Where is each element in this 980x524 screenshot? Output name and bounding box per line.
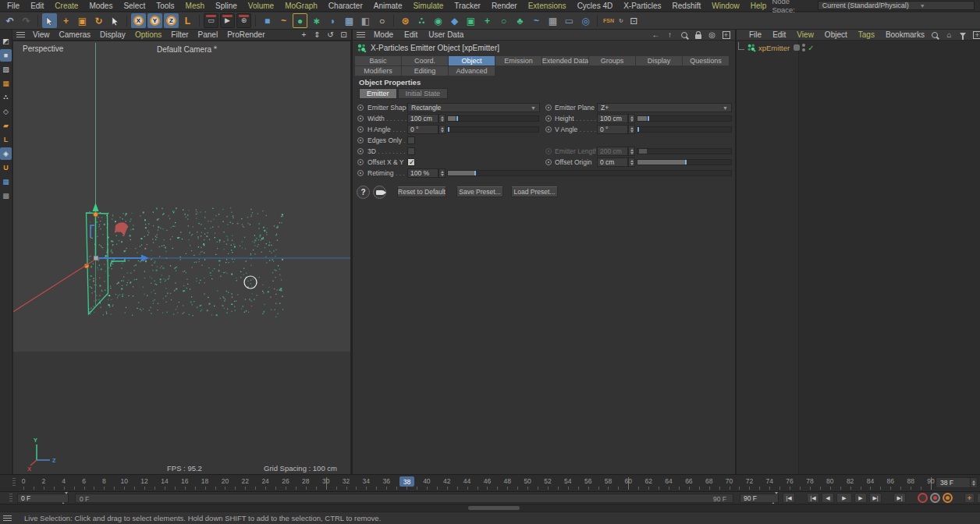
- back-arrow-icon[interactable]: ←: [651, 30, 661, 40]
- add-spline-button[interactable]: ~: [276, 13, 291, 28]
- save-preset-button[interactable]: Save Preset...: [456, 186, 503, 197]
- object-name[interactable]: xpEmitter: [758, 44, 790, 52]
- retiming-stepper[interactable]: [439, 168, 446, 178]
- selection-brush-circle[interactable]: [244, 276, 257, 289]
- search-icon[interactable]: [930, 30, 940, 40]
- ruler-frame-number[interactable]: 88: [907, 477, 914, 485]
- retiming-slider[interactable]: [447, 170, 732, 176]
- menu-tools[interactable]: Tools: [151, 2, 179, 10]
- attr-menu-edit[interactable]: Edit: [399, 30, 423, 39]
- v-angle-slider[interactable]: [637, 126, 732, 133]
- height-stepper[interactable]: [628, 114, 635, 123]
- ruler-frame-number[interactable]: 36: [382, 477, 389, 485]
- ruler-frame-number[interactable]: 14: [161, 477, 168, 485]
- plane-handle-blue[interactable]: [91, 225, 94, 238]
- tab-coord[interactable]: Coord.: [402, 56, 448, 66]
- plane-handle-red[interactable]: [115, 222, 128, 236]
- ruler-frame-number[interactable]: 66: [685, 477, 692, 485]
- xp-focus-icon[interactable]: ◎: [578, 13, 593, 28]
- current-frame-field[interactable]: 38 F: [936, 477, 978, 488]
- goto-end-button[interactable]: ▶|: [893, 493, 906, 503]
- h-angle-slider[interactable]: [447, 126, 539, 133]
- h-angle-stepper[interactable]: [439, 125, 446, 134]
- play-button[interactable]: ▶: [836, 493, 852, 503]
- key-scale-toggle[interactable]: ▫: [977, 493, 980, 503]
- ruler-frame-number[interactable]: 20: [222, 477, 229, 485]
- ruler-frame-number[interactable]: 46: [484, 477, 491, 485]
- menu-file[interactable]: File: [2, 2, 25, 10]
- ruler-frame-number[interactable]: 86: [887, 477, 894, 485]
- xp-cache-icon[interactable]: ▦: [545, 13, 560, 28]
- camera-label[interactable]: Default Camera ∗: [157, 44, 218, 54]
- xp-help-button[interactable]: ?: [357, 186, 370, 199]
- tab-emission[interactable]: Emission: [495, 56, 541, 66]
- menu-mograph[interactable]: MoGraph: [279, 2, 323, 10]
- pan-view-icon[interactable]: +: [299, 30, 309, 40]
- load-preset-button[interactable]: Load Preset...: [511, 186, 558, 197]
- orbit-view-icon[interactable]: ↺: [325, 30, 336, 40]
- offset-xy-checkbox[interactable]: [407, 158, 415, 166]
- add-field-button[interactable]: ◗: [325, 13, 340, 28]
- anim-knob-icon[interactable]: [545, 126, 552, 133]
- viewport-menu-options[interactable]: Options: [130, 30, 166, 39]
- render-picture-viewer-button[interactable]: ▶: [220, 13, 235, 28]
- ruler-frame-number[interactable]: 26: [282, 477, 289, 485]
- coordinate-system-toggle[interactable]: L: [180, 13, 195, 28]
- hamburger-icon[interactable]: [357, 32, 365, 37]
- om-menu-tags[interactable]: Tags: [853, 30, 880, 39]
- texture-mode-button[interactable]: ▨: [0, 63, 12, 76]
- anim-knob-icon[interactable]: [545, 115, 552, 122]
- tab-questions[interactable]: Questions: [683, 56, 729, 66]
- ruler-frame-number[interactable]: 56: [584, 477, 591, 485]
- ruler-frame-number[interactable]: 68: [705, 477, 712, 485]
- anim-knob-icon[interactable]: [357, 126, 364, 133]
- range-start-field[interactable]: 0 F: [17, 494, 69, 503]
- new-panel-icon[interactable]: +: [972, 30, 980, 40]
- ruler-frame-number[interactable]: 50: [524, 477, 531, 485]
- xp-settings-icon[interactable]: ⊛: [398, 13, 413, 28]
- attr-menu-mode[interactable]: Mode: [368, 30, 399, 39]
- anim-knob-icon[interactable]: [357, 115, 364, 122]
- tab-editing[interactable]: Editing: [402, 66, 448, 76]
- origin-handle[interactable]: [94, 256, 98, 260]
- ruler-frame-number[interactable]: 64: [665, 477, 672, 485]
- tab-modifiers[interactable]: Modifiers: [355, 66, 401, 76]
- add-generator-button[interactable]: ●: [293, 13, 307, 28]
- ruler-frame-number[interactable]: 18: [201, 477, 208, 485]
- anim-knob-icon[interactable]: [357, 170, 364, 176]
- om-menu-edit[interactable]: Edit: [767, 30, 791, 39]
- offset-origin-stepper[interactable]: [628, 158, 635, 167]
- ruler-frame-number[interactable]: 80: [826, 477, 833, 485]
- rotate-tool[interactable]: ↻: [91, 13, 106, 28]
- offset-origin-input[interactable]: 0 cm: [597, 158, 628, 167]
- lock-x-axis-button[interactable]: X: [131, 13, 146, 28]
- anim-knob-icon[interactable]: [357, 137, 364, 143]
- polygons-mode-button[interactable]: ▰: [0, 119, 12, 132]
- ruler-frame-number[interactable]: 22: [242, 477, 249, 485]
- ruler-frame-number[interactable]: 54: [564, 477, 571, 485]
- toggle-view-icon[interactable]: ⊡: [339, 30, 349, 40]
- xp-box-icon[interactable]: ▭: [562, 13, 577, 28]
- xp-modifier-icon[interactable]: +: [480, 13, 495, 28]
- keyframe-selection-button[interactable]: [943, 493, 953, 503]
- menu-window[interactable]: Window: [706, 2, 745, 10]
- goto-start-button[interactable]: |◀: [783, 493, 795, 503]
- fsn-toggle[interactable]: FSN: [602, 13, 616, 28]
- workplane-icon[interactable]: ⊡: [627, 13, 641, 28]
- menu-character[interactable]: Character: [323, 2, 368, 10]
- range-start-stepper[interactable]: [62, 494, 68, 502]
- retiming-input[interactable]: 100 %: [407, 168, 439, 178]
- add-volume-button[interactable]: ▦: [342, 13, 357, 28]
- tab-advanced[interactable]: Advanced: [449, 66, 495, 76]
- viewport-menu-view[interactable]: View: [28, 30, 55, 39]
- ruler-frame-number[interactable]: 72: [746, 477, 753, 485]
- viewport-menu-cameras[interactable]: Cameras: [55, 30, 96, 39]
- ruler-frame-number[interactable]: 4: [62, 477, 66, 485]
- ruler-frame-number[interactable]: 2: [41, 477, 45, 485]
- ruler-grip[interactable]: [12, 478, 16, 487]
- last-used-tool[interactable]: [108, 13, 123, 28]
- object-tree-row[interactable]: xpEmitter ✓: [738, 42, 815, 53]
- sync-icon[interactable]: ↻: [617, 13, 625, 28]
- menu-spline[interactable]: Spline: [210, 2, 243, 10]
- ruler-frame-number[interactable]: 44: [463, 477, 470, 485]
